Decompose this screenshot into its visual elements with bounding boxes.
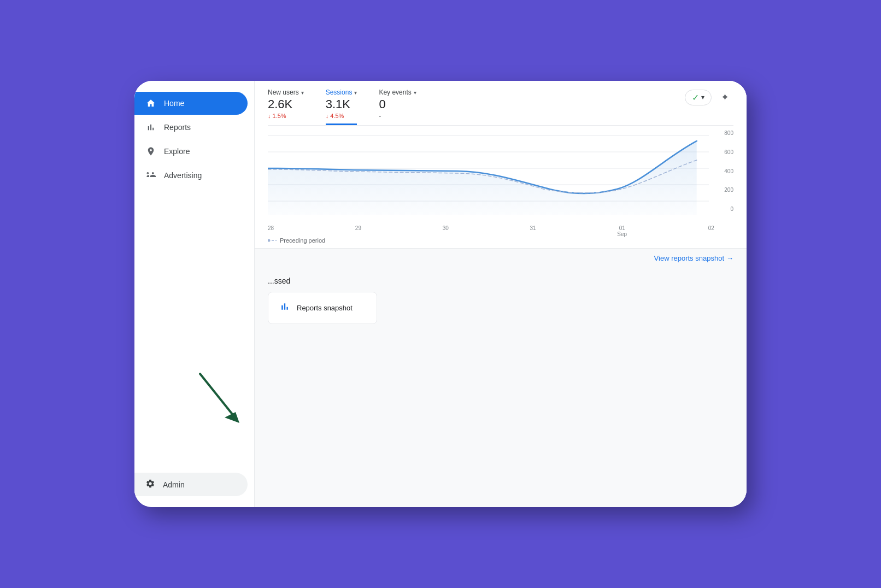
metric-tab-sessions[interactable]: Sessions ▾ 3.1K ↓ 4.5%: [326, 89, 357, 125]
svg-point-8: [268, 239, 271, 242]
metric-tab-key-events[interactable]: Key events ▾ 0 -: [379, 89, 416, 124]
nav-item-reports[interactable]: Reports: [134, 116, 248, 139]
x-label-29: 29: [355, 225, 361, 237]
sessions-value: 3.1K: [326, 97, 357, 111]
nav-item-admin[interactable]: Admin: [134, 473, 248, 496]
metrics-row: New users ▾ 2.6K ↓ 1.5% Sessions ▾ 3.1K …: [268, 81, 733, 126]
view-reports-snapshot-link[interactable]: View reports snapshot →: [654, 254, 733, 262]
sparkle-button[interactable]: ✦: [716, 89, 733, 106]
chart-container: 800 600 400 200 0: [268, 130, 733, 223]
line-chart-svg: [268, 130, 733, 215]
check-icon: ✓: [692, 92, 699, 103]
chart-section: New users ▾ 2.6K ↓ 1.5% Sessions ▾ 3.1K …: [255, 81, 747, 248]
preceding-period-label: Preceding period: [280, 237, 325, 244]
chart-x-labels: 28 29 30 31 01Sep 02: [268, 223, 733, 237]
key-events-dropdown-icon[interactable]: ▾: [414, 90, 416, 96]
key-events-value: 0: [379, 97, 416, 111]
reports-snapshot-card-icon: [279, 301, 290, 315]
x-label-30: 30: [443, 225, 449, 237]
new-users-value: 2.6K: [268, 97, 304, 111]
y-label-400: 400: [714, 168, 733, 174]
nav-reports-label: Reports: [164, 123, 191, 132]
main-content: New users ▾ 2.6K ↓ 1.5% Sessions ▾ 3.1K …: [255, 81, 747, 507]
compare-button[interactable]: ✓ ▾: [685, 90, 712, 105]
reports-snapshot-card-label: Reports snapshot: [297, 304, 353, 312]
new-users-dropdown-icon[interactable]: ▾: [301, 90, 304, 96]
sparkle-icon: ✦: [721, 91, 729, 103]
sessions-label: Sessions ▾: [326, 89, 357, 96]
y-label-800: 800: [714, 130, 733, 136]
sessions-dropdown-icon[interactable]: ▾: [354, 90, 357, 96]
nav-item-explore[interactable]: Explore: [134, 140, 248, 163]
nav-item-advertising[interactable]: Advertising: [134, 164, 248, 187]
chart-y-labels: 800 600 400 200 0: [714, 130, 733, 212]
y-label-600: 600: [714, 149, 733, 155]
new-users-label: New users ▾: [268, 89, 304, 96]
x-label-28: 28: [268, 225, 274, 237]
preceding-period-legend-icon: [268, 238, 277, 243]
x-label-02: 02: [708, 225, 714, 237]
y-label-200: 200: [714, 187, 733, 193]
reports-icon: [145, 122, 156, 133]
new-users-change: ↓ 1.5%: [268, 113, 304, 119]
explore-icon: [145, 146, 156, 157]
cards-row: Reports snapshot: [268, 292, 733, 324]
sessions-change: ↓ 4.5%: [326, 113, 357, 119]
nav-home-label: Home: [164, 99, 184, 108]
sidebar-bottom: Admin: [134, 473, 254, 507]
reports-snapshot-card[interactable]: Reports snapshot: [268, 292, 377, 324]
view-reports-label: View reports snapshot: [654, 254, 724, 262]
admin-gear-icon: [145, 479, 155, 490]
bottom-section: ...ssed Reports snapshot: [255, 268, 747, 507]
metric-actions: ✓ ▾ ✦: [685, 89, 733, 110]
view-reports-row: View reports snapshot →: [255, 248, 747, 268]
home-icon: [145, 98, 156, 109]
chart-area: 800 600 400 200 0 28 29 30 31 01Sep 02: [268, 126, 733, 235]
recently-accessed-title: ...ssed: [268, 277, 733, 285]
advertising-icon: [145, 170, 156, 181]
metric-tab-new-users[interactable]: New users ▾ 2.6K ↓ 1.5%: [268, 89, 304, 124]
y-label-0: 0: [714, 206, 733, 212]
admin-label: Admin: [163, 480, 185, 489]
x-label-31: 31: [530, 225, 536, 237]
view-reports-arrow-icon: →: [726, 254, 733, 262]
sidebar: Home Reports Explore: [134, 81, 255, 507]
key-events-change: -: [379, 113, 416, 119]
nav-explore-label: Explore: [164, 147, 190, 156]
nav-item-home[interactable]: Home: [134, 92, 248, 115]
key-events-label: Key events ▾: [379, 89, 416, 96]
device-frame: Home Reports Explore: [134, 81, 747, 507]
nav-advertising-label: Advertising: [164, 171, 202, 180]
compare-dropdown-arrow: ▾: [701, 93, 704, 101]
x-label-01: 01Sep: [617, 225, 627, 237]
